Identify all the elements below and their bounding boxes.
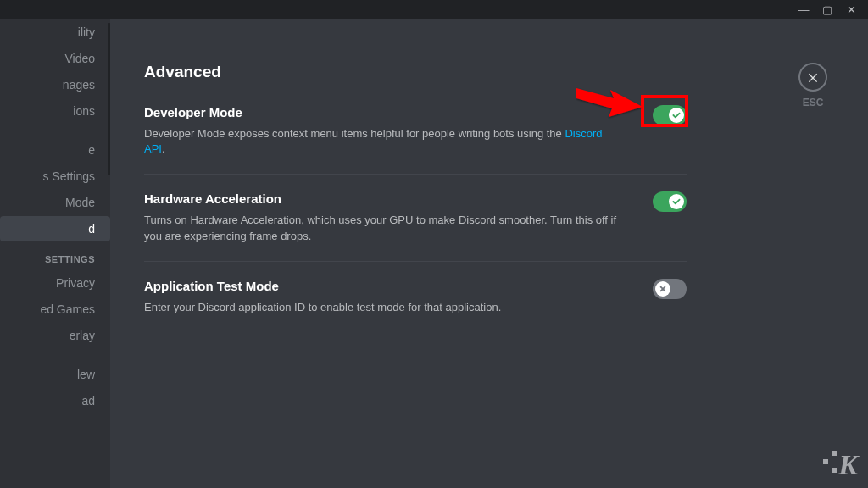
sidebar-item[interactable]: e <box>0 137 110 163</box>
setting-description-suffix: . <box>162 142 165 155</box>
sidebar-item[interactable]: lew <box>0 362 110 387</box>
sidebar-item[interactable] <box>0 125 110 136</box>
window-minimize-button[interactable]: — <box>792 0 815 19</box>
sidebar-section-header: SETTINGS <box>0 242 110 269</box>
close-icon <box>806 70 820 84</box>
watermark-letter: K <box>838 449 856 481</box>
developer-mode-toggle[interactable] <box>653 105 687 125</box>
watermark: K <box>823 449 856 481</box>
setting-description-text: Developer Mode exposes context menu item… <box>144 127 565 140</box>
setting-application-test-mode: Application Test Mode Enter your Discord… <box>144 279 687 332</box>
sidebar-item[interactable]: ed Games <box>0 297 110 322</box>
titlebar: — ▢ ✕ <box>0 0 868 19</box>
toggle-knob <box>655 281 670 297</box>
close-settings-button[interactable] <box>798 63 827 92</box>
setting-description: Enter your Discord application ID to ena… <box>144 300 619 315</box>
window-close-button[interactable]: ✕ <box>839 0 863 19</box>
watermark-dots-icon <box>823 451 837 473</box>
toggle-knob <box>669 194 684 209</box>
close-settings-container: ESC <box>798 63 827 108</box>
setting-developer-mode: Developer Mode Developer Mode exposes co… <box>144 105 687 175</box>
window-maximize-button[interactable]: ▢ <box>815 0 839 19</box>
settings-content: ESC Advanced Developer Mode Developer Mo… <box>110 19 868 488</box>
check-icon <box>671 110 682 120</box>
check-icon <box>671 197 682 207</box>
sidebar-item[interactable]: Video <box>0 46 110 71</box>
esc-label: ESC <box>803 97 824 108</box>
setting-title: Developer Mode <box>144 105 687 119</box>
page-title: Advanced <box>144 63 834 81</box>
sidebar-item[interactable]: Privacy <box>0 270 110 296</box>
setting-title: Application Test Mode <box>144 279 687 293</box>
sidebar-item[interactable]: ility <box>0 19 110 45</box>
sidebar-item-streamer-mode[interactable]: Mode <box>0 190 110 215</box>
hardware-acceleration-toggle[interactable] <box>653 191 687 212</box>
x-icon <box>658 284 668 294</box>
sidebar-item[interactable]: nages <box>0 72 110 97</box>
setting-title: Hardware Acceleration <box>144 191 687 206</box>
setting-description: Developer Mode exposes context menu item… <box>144 126 619 157</box>
setting-hardware-acceleration: Hardware Acceleration Turns on Hardware … <box>144 191 687 261</box>
sidebar-item[interactable]: ions <box>0 98 110 124</box>
setting-description: Turns on Hardware Acceleration, which us… <box>144 213 619 243</box>
settings-sidebar: ility Video nages ions e s Settings Mode… <box>0 19 110 488</box>
sidebar-item[interactable]: ad <box>0 388 110 413</box>
sidebar-item[interactable]: s Settings <box>0 164 110 189</box>
toggle-knob <box>669 108 684 123</box>
sidebar-item[interactable]: erlay <box>0 323 110 348</box>
sidebar-item-advanced[interactable]: d <box>0 216 110 241</box>
application-test-mode-toggle[interactable] <box>653 279 687 299</box>
